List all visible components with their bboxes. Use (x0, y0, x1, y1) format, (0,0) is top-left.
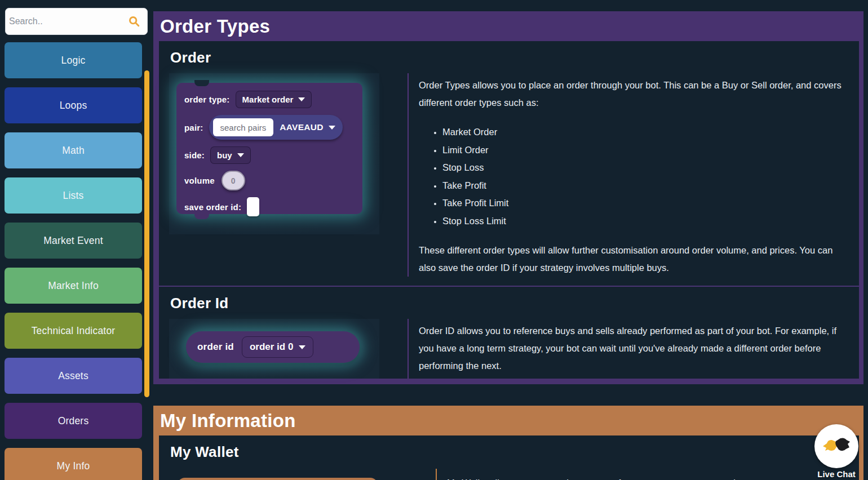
sidebar-item-logic[interactable]: Logic (5, 42, 142, 78)
my-wallet-block: 50 # of search AAVE in wallet at time of… (178, 478, 378, 480)
list-item: Take Profit Limit (442, 194, 842, 212)
documentation-content: Order Types Order order type: Market ord… (153, 11, 863, 480)
save-order-id-label: save order id: (184, 202, 241, 212)
order-block-illustration: order type: Market order pair: search pa… (169, 73, 379, 234)
sidebar-item-loops[interactable]: Loops (5, 87, 142, 123)
live-chat-label: Live Chat (817, 469, 856, 479)
order-type-label: order type: (184, 95, 230, 104)
list-item: Limit Order (442, 141, 842, 159)
search-box[interactable] (5, 8, 148, 35)
sidebar-item-my-info[interactable]: My Info (5, 448, 142, 480)
section-body: Order order type: Market order pair: (159, 41, 859, 379)
chevron-down-icon (299, 345, 305, 349)
order-id-label: order id (197, 341, 234, 353)
chevron-down-icon (298, 97, 305, 101)
list-item: Stop Loss (442, 159, 842, 177)
section-title: My Information (153, 406, 863, 435)
order-id-description: Order ID allows you to reference buys an… (409, 319, 859, 379)
chevron-down-icon (329, 126, 335, 130)
sidebar-item-lists[interactable]: Lists (5, 177, 142, 214)
side-dropdown: buy (210, 146, 251, 164)
order-type-dropdown: Market order (236, 91, 312, 108)
category-menu: Logic Loops Math Lists Market Event Mark… (5, 42, 142, 480)
block-category-sidebar: Logic Loops Math Lists Market Event Mark… (0, 0, 152, 480)
pair-pill: search pairs AAVEAUD (209, 115, 343, 140)
pair-value: AAVEAUD (280, 122, 324, 132)
list-item: Market Order (442, 123, 842, 141)
subsection-heading-my-wallet: My Wallet (170, 443, 859, 461)
order-id-block-illustration: order id order id 0 (169, 319, 379, 379)
sidebar-item-technical-indicator[interactable]: Technical Indicator (5, 313, 142, 349)
section-body: My Wallet 50 # of search AAVE in wallet … (159, 435, 859, 480)
section-my-information: My Information My Wallet 50 # of search … (153, 406, 863, 480)
search-input[interactable] (6, 16, 128, 26)
pair-label: pair: (184, 123, 203, 132)
bull-bear-logo-icon (822, 436, 851, 456)
chevron-down-icon (237, 153, 244, 157)
search-icon[interactable] (128, 15, 140, 28)
my-wallet-row: 50 # of search AAVE in wallet at time of… (159, 469, 859, 480)
order-row: order type: Market order pair: search pa… (159, 73, 859, 277)
save-order-id-field (247, 197, 259, 216)
sidebar-item-orders[interactable]: Orders (5, 403, 142, 439)
section-title: Order Types (153, 11, 863, 41)
sidebar-item-math[interactable]: Math (5, 132, 142, 168)
horizontal-divider (159, 286, 859, 287)
order-types-list: Market Order Limit Order Stop Loss Take … (419, 123, 842, 230)
my-wallet-description: My Wallet allows you to use the amount o… (437, 469, 859, 480)
sidebar-item-assets[interactable]: Assets (5, 358, 142, 394)
market-order-block: order type: Market order pair: search pa… (176, 83, 362, 214)
my-wallet-block-illustration: 50 # of search AAVE in wallet at time of… (159, 469, 408, 480)
volume-value: 0 (222, 171, 245, 190)
order-id-row: order id order id 0 Order ID allows you … (159, 319, 859, 379)
live-chat-button[interactable] (814, 424, 858, 468)
my-wallet-paragraph: My Wallet allows you to use the amount o… (447, 474, 842, 480)
sidebar-item-market-info[interactable]: Market Info (5, 268, 142, 304)
order-id-dropdown: order id 0 (242, 336, 313, 358)
list-item: Take Profit (442, 177, 842, 195)
sidebar-item-market-event[interactable]: Market Event (5, 223, 142, 259)
side-label: side: (184, 150, 205, 160)
order-paragraph: Order Types allows you to place an order… (419, 77, 842, 112)
order-description: Order Types allows you to place an order… (409, 73, 859, 277)
live-chat-widget[interactable]: Live Chat (809, 424, 863, 479)
sidebar-scrollbar[interactable] (144, 70, 149, 397)
subsection-heading-order: Order (170, 49, 859, 66)
order-id-block: order id order id 0 (186, 331, 360, 363)
subsection-heading-order-id: Order Id (170, 295, 859, 312)
list-item: Stop Loss Limit (442, 212, 842, 230)
order-paragraph-2: These different order types will allow f… (419, 242, 842, 277)
order-id-paragraph: Order ID allows you to reference buys an… (419, 322, 842, 375)
section-order-types: Order Types Order order type: Market ord… (153, 11, 863, 384)
volume-label: volume (184, 176, 215, 185)
pair-search-input: search pairs (213, 118, 274, 136)
